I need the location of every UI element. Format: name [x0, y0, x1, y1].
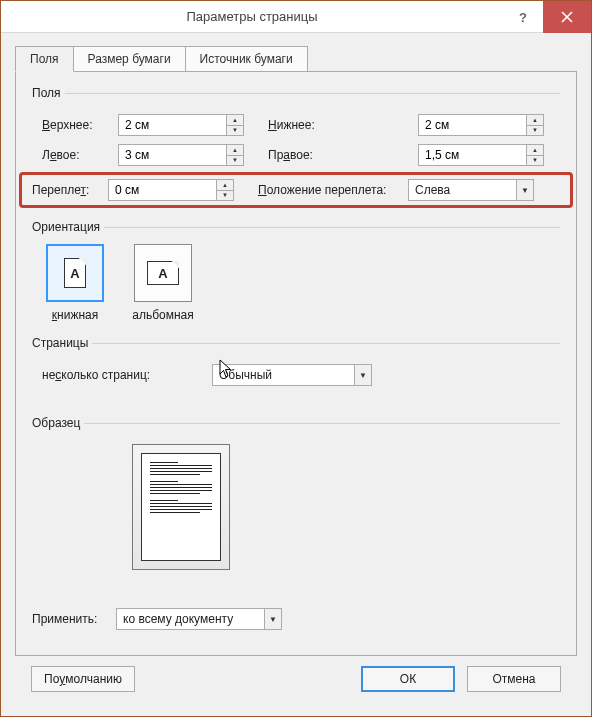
label-right-margin: Правое: — [268, 148, 418, 162]
default-button[interactable]: По умолчанию — [31, 666, 135, 692]
label-gutter: Переплет: — [32, 183, 108, 197]
spinner-buttons[interactable]: ▲▼ — [526, 144, 544, 166]
tab-paper-source[interactable]: Источник бумаги — [185, 46, 308, 72]
group-fields: Поля — [32, 86, 560, 100]
margins-grid: Верхнее: ▲▼ Нижнее: ▲▼ Левое: — [32, 100, 560, 170]
spinner-buttons[interactable]: ▲▼ — [526, 114, 544, 136]
ok-button[interactable]: ОК — [361, 666, 455, 692]
help-button[interactable]: ? — [503, 1, 543, 33]
pages-row: несколько страниц: Обычный ▼ — [32, 350, 560, 386]
input-top-margin[interactable]: ▲▼ — [118, 114, 244, 136]
svg-text:?: ? — [519, 10, 527, 24]
label-bottom-margin: Нижнее: — [268, 118, 418, 132]
input-bottom-margin[interactable]: ▲▼ — [418, 114, 544, 136]
cursor-icon — [218, 358, 236, 380]
group-preview-label: Образец — [32, 416, 80, 430]
group-pages: Страницы — [32, 336, 560, 350]
group-orientation: Ориентация — [32, 220, 560, 234]
preview-box — [132, 444, 230, 570]
orientation-landscape[interactable]: А — [134, 244, 192, 302]
orientation-landscape-label: альбомная — [132, 308, 194, 322]
preview-area — [32, 430, 560, 570]
label-multiple-pages: несколько страниц: — [42, 368, 212, 382]
label-apply-to: Применить: — [32, 612, 116, 626]
select-apply-to[interactable]: ко всему документу ▼ — [116, 608, 282, 630]
portrait-icon: А — [64, 258, 86, 288]
tab-panel: Поля Верхнее: ▲▼ Нижнее: ▲▼ — [15, 71, 577, 656]
chevron-down-icon[interactable]: ▼ — [264, 608, 282, 630]
input-gutter[interactable]: ▲▼ — [108, 179, 234, 201]
client-area: Поля Размер бумаги Источник бумаги Поля … — [1, 33, 591, 716]
group-pages-label: Страницы — [32, 336, 88, 350]
cancel-button[interactable]: Отмена — [467, 666, 561, 692]
input-right-margin[interactable]: ▲▼ — [418, 144, 544, 166]
label-gutter-position: Положение переплета: — [258, 183, 408, 197]
select-gutter-position[interactable]: Слева ▼ — [408, 179, 534, 201]
apply-row: Применить: ко всему документу ▼ — [32, 570, 560, 630]
dialog-window: Параметры страницы ? Поля Размер бумаги … — [0, 0, 592, 717]
group-fields-label: Поля — [32, 86, 61, 100]
orientation-portrait-label: книжная — [52, 308, 98, 322]
window-title: Параметры страницы — [1, 9, 503, 24]
orientation-portrait[interactable]: А — [46, 244, 104, 302]
titlebar: Параметры страницы ? — [1, 1, 591, 33]
label-left-margin: Левое: — [42, 148, 118, 162]
orientation-picker: А книжная А альбомная — [32, 234, 560, 322]
input-left-margin[interactable]: ▲▼ — [118, 144, 244, 166]
tab-paper-size[interactable]: Размер бумаги — [73, 46, 186, 72]
tab-strip: Поля Размер бумаги Источник бумаги — [15, 46, 577, 72]
landscape-icon: А — [147, 261, 179, 285]
tab-fields[interactable]: Поля — [15, 46, 74, 72]
select-multiple-pages[interactable]: Обычный ▼ — [212, 364, 372, 386]
chevron-down-icon[interactable]: ▼ — [516, 179, 534, 201]
gutter-row-highlighted: Переплет: ▲▼ Положение переплета: Слева … — [19, 172, 573, 208]
group-orientation-label: Ориентация — [32, 220, 100, 234]
label-top-margin: Верхнее: — [42, 118, 118, 132]
group-preview: Образец — [32, 416, 560, 430]
spinner-buttons[interactable]: ▲▼ — [216, 179, 234, 201]
spinner-buttons[interactable]: ▲▼ — [226, 114, 244, 136]
spinner-buttons[interactable]: ▲▼ — [226, 144, 244, 166]
preview-page-icon — [141, 453, 221, 561]
chevron-down-icon[interactable]: ▼ — [354, 364, 372, 386]
close-button[interactable] — [543, 1, 591, 33]
button-bar: По умолчанию ОК Отмена — [15, 656, 577, 704]
